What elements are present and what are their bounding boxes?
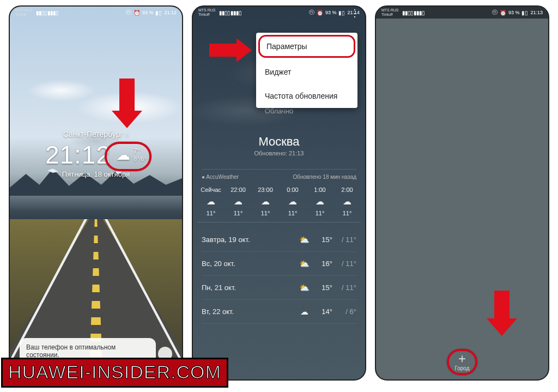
add-city-label: Город <box>449 365 475 371</box>
daily-row: Вт, 22 окт.☁14°/ 6° <box>202 300 356 324</box>
lockscreen-time: 21:12 <box>45 140 111 170</box>
overflow-menu: Параметры Виджет Частота обновления <box>256 33 357 108</box>
plus-icon: + <box>449 353 475 364</box>
lockscreen-date: Пятница, 18 октября <box>10 170 182 178</box>
signal-icon: ▮▮▯▯ ▮▮▮▯ <box>219 10 242 16</box>
weather-city-block: Москва Обновлено: 21:13 <box>193 135 365 156</box>
hourly-item: 0:00☁11° <box>279 186 306 216</box>
status-time: 21:13 <box>530 10 543 15</box>
lockscreen-widget: Санкт-Петербург ⌂ 21:12 ☁ 7° 8°/6° Пятни… <box>10 129 182 178</box>
hourly-item: 2:00☁11° <box>333 186 361 216</box>
carrier-label: MTS RUS Tinkoff <box>198 8 216 17</box>
hourly-forecast[interactable]: Сейчас☁11°22:00☁11°23:00☁11°0:00☁11°1:00… <box>197 186 361 222</box>
menu-item-refresh-rate[interactable]: Частота обновления <box>256 84 357 108</box>
status-time: 21:12 <box>164 10 177 15</box>
updated-ago: Обновлено 18 мин назад <box>293 174 356 180</box>
overflow-menu-button[interactable]: ⋮ <box>350 10 360 16</box>
menu-item-widget[interactable]: Виджет <box>256 60 357 84</box>
annotation-arrow <box>487 291 517 336</box>
battery-label: 93 % <box>142 10 154 15</box>
phone-lockscreen: MTS RUS Tinkoff ▮▮▯▯ ▮▮▮▯ ⓝ ⏰ 93 % ▮▯ 21… <box>9 5 183 381</box>
provider-row: ● AccuWeather Обновлено 18 мин назад <box>202 169 356 180</box>
annotation-arrow <box>209 38 252 62</box>
annotation-arrow <box>112 79 142 128</box>
signal-icon: ▮▮▯▯ ▮▮▮▯ <box>36 10 59 16</box>
hourly-item: 22:00☁11° <box>225 186 252 216</box>
carrier-label: MTS RUS Tinkoff <box>15 8 33 17</box>
home-icon: ⌂ <box>125 131 129 137</box>
battery-icon: ▮▯ <box>155 10 162 16</box>
nfc-icon: ⓝ <box>126 9 131 16</box>
weather-updated: Обновлено: 21:13 <box>193 150 365 156</box>
phone-settings: MTS RUS Tinkoff ▮▮▯▯ ▮▮▮▯ ⓝ ⏰ 93 % ▮▯ 21… <box>375 5 549 381</box>
lockscreen-city: Санкт-Петербург <box>63 130 123 138</box>
status-bar: MTS RUS Tinkoff ▮▮▯▯ ▮▮▮▯ ⓝ ⏰ 93 % ▮▯ 21… <box>10 7 182 19</box>
annotation-highlight <box>105 142 151 171</box>
condition-label: Облачно <box>193 107 365 115</box>
carrier-label: MTS RUS Tinkoff <box>381 8 399 17</box>
daily-row: Завтра, 19 окт.⛅15°/ 11° <box>202 228 356 252</box>
hourly-item: Сейчас☁11° <box>197 186 225 216</box>
alarm-icon: ⏰ <box>134 10 140 16</box>
alarm-icon: ⏰ <box>500 10 506 16</box>
alarm-icon: ⏰ <box>317 10 323 16</box>
phone-weather-app: MTS RUS Tinkoff ▮▮▯▯ ▮▮▮▯ ⓝ ⏰ 93 % ▮▯ 21… <box>192 5 366 381</box>
add-city-button[interactable]: + Город <box>376 349 548 375</box>
watermark: HUAWEI-INSIDER.COM <box>1 358 228 388</box>
battery-label: 93 % <box>508 10 520 15</box>
weather-city: Москва <box>193 135 365 149</box>
status-bar: MTS RUS Tinkoff ▮▮▯▯ ▮▮▮▯ ⓝ ⏰ 93 % ▮▯ 21… <box>193 7 365 19</box>
hourly-item: 1:00☁11° <box>306 186 333 216</box>
status-bar: MTS RUS Tinkoff ▮▮▯▯ ▮▮▮▯ ⓝ ⏰ 93 % ▮▯ 21… <box>376 7 548 19</box>
signal-icon: ▮▮▯▯ ▮▮▮▯ <box>402 10 425 16</box>
settings-background <box>376 7 548 379</box>
nfc-icon: ⓝ <box>492 9 498 16</box>
hourly-item: 23:00☁11° <box>252 186 279 216</box>
tip-text: Ваш телефон в оптимальном состоянии. <box>26 343 116 359</box>
battery-icon: ▮▯ <box>338 10 345 16</box>
daily-forecast[interactable]: Завтра, 19 окт.⛅15°/ 11°Вс, 20 окт.⛅16°/… <box>202 228 356 324</box>
nfc-icon: ⓝ <box>309 9 314 16</box>
battery-label: 93 % <box>325 10 337 15</box>
provider-label: AccuWeather <box>206 174 239 180</box>
menu-item-settings[interactable]: Параметры <box>258 35 355 58</box>
daily-row: Вс, 20 окт.⛅16°/ 11° <box>202 252 356 276</box>
daily-row: Пн, 21 окт.⛅15°/ 11° <box>202 276 356 300</box>
battery-icon: ▮▯ <box>521 10 528 16</box>
